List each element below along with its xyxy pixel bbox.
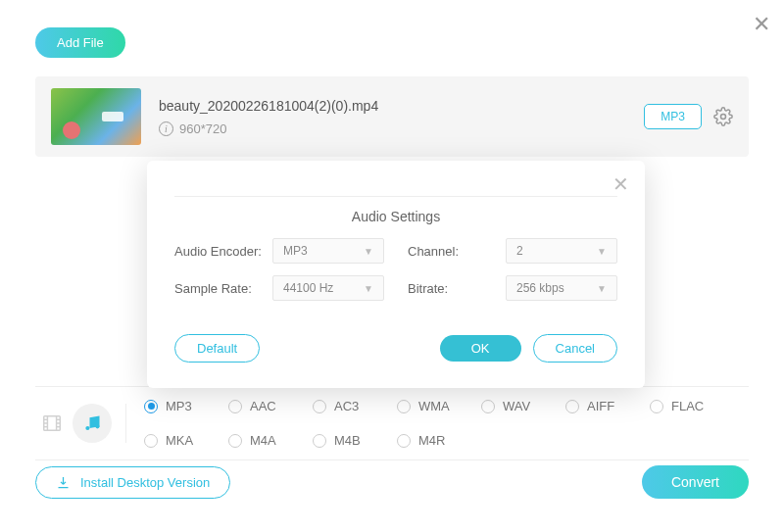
bitrate-value: 256 kbps bbox=[516, 281, 564, 295]
music-note-icon bbox=[82, 413, 102, 433]
radio-icon bbox=[144, 434, 158, 448]
format-option-m4a[interactable]: M4A bbox=[228, 433, 313, 448]
channel-value: 2 bbox=[516, 244, 523, 258]
file-thumbnail bbox=[51, 88, 141, 145]
format-label: MKA bbox=[166, 433, 193, 448]
radio-icon bbox=[481, 400, 495, 413]
channel-label: Channel: bbox=[408, 244, 506, 259]
file-card: beauty_20200226181004(2)(0).mp4 i 960*72… bbox=[35, 76, 749, 157]
svg-point-0 bbox=[721, 115, 726, 120]
sample-rate-label: Sample Rate: bbox=[174, 281, 272, 296]
format-badge[interactable]: MP3 bbox=[644, 104, 702, 129]
bitrate-row: Bitrate: 256 kbps ▼ bbox=[408, 275, 617, 301]
install-label: Install Desktop Version bbox=[80, 475, 210, 490]
cancel-button[interactable]: Cancel bbox=[533, 334, 617, 363]
radio-icon bbox=[228, 434, 242, 448]
format-label: AAC bbox=[250, 399, 276, 413]
radio-icon bbox=[650, 400, 663, 413]
format-option-mp3[interactable]: MP3 bbox=[144, 399, 228, 413]
chevron-down-icon: ▼ bbox=[597, 283, 607, 294]
format-label: M4A bbox=[250, 433, 276, 448]
format-option-flac[interactable]: FLAC bbox=[650, 399, 734, 413]
bitrate-select[interactable]: 256 kbps ▼ bbox=[506, 275, 617, 301]
close-icon[interactable]: ✕ bbox=[753, 12, 770, 37]
format-label: MP3 bbox=[166, 399, 192, 413]
tab-icons bbox=[35, 404, 126, 443]
format-option-m4r[interactable]: M4R bbox=[397, 433, 481, 448]
file-dimensions-value: 960*720 bbox=[179, 121, 226, 136]
file-meta: beauty_20200226181004(2)(0).mp4 i 960*72… bbox=[159, 98, 644, 136]
radio-icon bbox=[397, 434, 411, 448]
encoder-label: Audio Encoder: bbox=[174, 244, 272, 259]
add-file-button[interactable]: Add File bbox=[35, 27, 125, 58]
audio-tab[interactable] bbox=[73, 404, 112, 443]
convert-button[interactable]: Convert bbox=[642, 465, 749, 499]
radio-icon bbox=[228, 400, 242, 413]
gear-icon[interactable] bbox=[713, 107, 733, 126]
channel-select[interactable]: 2 ▼ bbox=[506, 238, 617, 264]
format-option-ac3[interactable]: AC3 bbox=[313, 399, 397, 413]
svg-point-11 bbox=[95, 424, 99, 428]
format-option-m4b[interactable]: M4B bbox=[313, 433, 397, 448]
radio-icon bbox=[313, 434, 326, 448]
encoder-value: MP3 bbox=[283, 244, 308, 258]
radio-icon bbox=[313, 400, 326, 413]
default-button[interactable]: Default bbox=[174, 334, 260, 363]
format-option-wav[interactable]: WAV bbox=[481, 399, 565, 413]
sample-rate-select[interactable]: 44100 Hz ▼ bbox=[272, 275, 384, 301]
file-dimensions: i 960*720 bbox=[159, 121, 644, 136]
footer: Install Desktop Version Convert bbox=[35, 465, 749, 499]
modal-close-icon[interactable]: ✕ bbox=[612, 172, 629, 196]
chevron-down-icon: ▼ bbox=[364, 246, 373, 257]
sample-rate-row: Sample Rate: 44100 Hz ▼ bbox=[174, 275, 384, 301]
modal-title: Audio Settings bbox=[174, 196, 617, 238]
format-label: AC3 bbox=[334, 399, 359, 413]
encoder-select[interactable]: MP3 ▼ bbox=[272, 238, 384, 264]
format-label: AIFF bbox=[587, 399, 614, 413]
format-label: WAV bbox=[503, 399, 530, 413]
radio-icon bbox=[144, 400, 158, 413]
channel-row: Channel: 2 ▼ bbox=[408, 238, 617, 264]
install-desktop-button[interactable]: Install Desktop Version bbox=[35, 466, 230, 499]
chevron-down-icon: ▼ bbox=[597, 246, 607, 257]
format-label: FLAC bbox=[671, 399, 704, 413]
radio-icon bbox=[397, 400, 411, 413]
ok-button[interactable]: OK bbox=[440, 335, 521, 362]
video-tab-icon[interactable] bbox=[41, 412, 63, 434]
format-option-mka[interactable]: MKA bbox=[144, 433, 228, 448]
svg-point-10 bbox=[85, 426, 89, 430]
format-label: M4R bbox=[418, 433, 445, 448]
info-icon: i bbox=[159, 121, 173, 136]
modal-buttons: Default OK Cancel bbox=[174, 334, 617, 363]
settings-grid: Audio Encoder: MP3 ▼ Channel: 2 ▼ Sample… bbox=[174, 238, 617, 301]
chevron-down-icon: ▼ bbox=[364, 283, 373, 294]
format-label: M4B bbox=[334, 433, 361, 448]
format-bar: MP3AACAC3WMAWAVAIFFFLACMKAM4AM4BM4R bbox=[35, 386, 749, 460]
format-option-aac[interactable]: AAC bbox=[228, 399, 313, 413]
encoder-row: Audio Encoder: MP3 ▼ bbox=[174, 238, 384, 264]
bitrate-label: Bitrate: bbox=[408, 281, 506, 296]
radio-icon bbox=[565, 400, 579, 413]
format-option-aiff[interactable]: AIFF bbox=[565, 399, 650, 413]
format-label: WMA bbox=[418, 399, 450, 413]
format-options: MP3AACAC3WMAWAVAIFFFLACMKAM4AM4BM4R bbox=[144, 399, 749, 448]
download-icon bbox=[56, 475, 71, 490]
format-option-wma[interactable]: WMA bbox=[397, 399, 481, 413]
audio-settings-modal: ✕ Audio Settings Audio Encoder: MP3 ▼ Ch… bbox=[147, 161, 645, 388]
file-name: beauty_20200226181004(2)(0).mp4 bbox=[159, 98, 644, 114]
sample-rate-value: 44100 Hz bbox=[283, 281, 333, 295]
